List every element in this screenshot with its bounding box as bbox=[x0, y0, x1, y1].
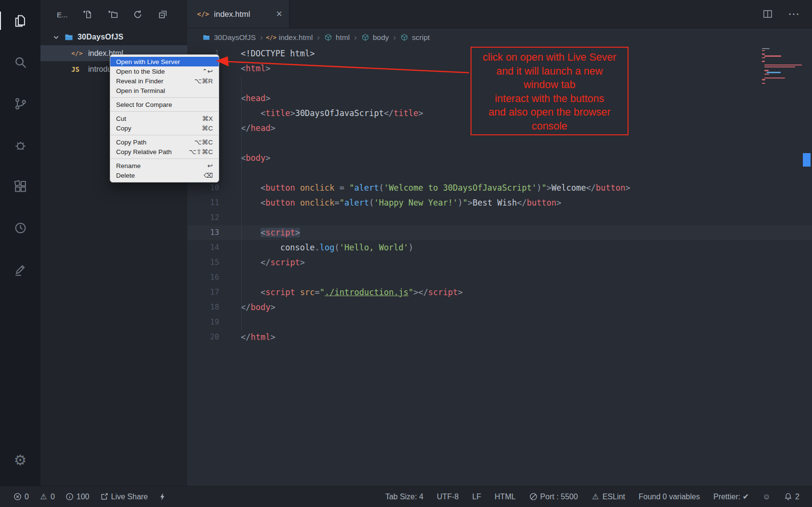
activity-settings[interactable]: ⚙ bbox=[0, 440, 40, 481]
status-live-share[interactable]: Live Share bbox=[100, 493, 148, 501]
scrollbar-marker[interactable] bbox=[803, 153, 811, 167]
activity-search[interactable] bbox=[0, 41, 40, 83]
status-found-variables[interactable]: Found 0 variables bbox=[639, 493, 700, 501]
status-eol[interactable]: LF bbox=[472, 493, 481, 501]
minimap[interactable] bbox=[762, 48, 804, 85]
menu-item-cut[interactable]: Cut⌘X bbox=[110, 114, 219, 123]
code-line-12[interactable]: 12 bbox=[187, 210, 812, 225]
activity-run-and-debug[interactable] bbox=[0, 124, 40, 166]
menu-item-label: Open with Live Server bbox=[116, 58, 180, 65]
code-line-10[interactable]: 10 <button onclick = "alert('Welcome to … bbox=[187, 181, 812, 195]
code-line-9[interactable]: 9 bbox=[187, 166, 812, 181]
extensions-icon bbox=[13, 179, 28, 194]
code-line-19[interactable]: 19 bbox=[187, 315, 812, 330]
line-text bbox=[219, 166, 241, 181]
refresh-explorer-button[interactable] bbox=[132, 9, 143, 20]
menu-item-open-to-the-side[interactable]: Open to the Side⌃↩ bbox=[110, 66, 219, 76]
status-language-mode[interactable]: HTML bbox=[495, 493, 516, 501]
breadcrumb-body[interactable]: body bbox=[361, 33, 389, 42]
menu-item-copy[interactable]: Copy⌘C bbox=[110, 123, 219, 133]
status-live-server-port[interactable]: Port : 5500 bbox=[529, 493, 578, 501]
menu-item-open-in-terminal[interactable]: Open in Terminal bbox=[110, 86, 219, 95]
new-folder-button[interactable] bbox=[107, 9, 118, 20]
status-warnings[interactable]: ⚠0 bbox=[39, 493, 55, 501]
breadcrumb-label: script bbox=[412, 33, 430, 42]
code-line-11[interactable]: 11 <button onclick="alert('Happy New Yea… bbox=[187, 195, 812, 210]
breadcrumb-label: body bbox=[373, 33, 389, 42]
search-icon bbox=[13, 55, 28, 70]
breadcrumb-html[interactable]: html bbox=[324, 33, 350, 42]
indent-guide bbox=[241, 76, 242, 330]
line-number: 20 bbox=[187, 330, 219, 345]
folder-logo-icon bbox=[202, 33, 210, 41]
line-text: <button onclick = "alert('Welcome to 30D… bbox=[219, 181, 630, 195]
code-line-15[interactable]: 15 </script> bbox=[187, 255, 812, 270]
code-line-17[interactable]: 17 <script src="./introduction.js"></scr… bbox=[187, 285, 812, 300]
split-editor-button[interactable] bbox=[762, 8, 773, 20]
folder-icon bbox=[64, 32, 74, 42]
code-line-7[interactable]: 7 bbox=[187, 136, 812, 151]
code-line-20[interactable]: 20</html> bbox=[187, 330, 812, 345]
menu-item-copy-path[interactable]: Copy Path⌥⌘C bbox=[110, 137, 219, 147]
status-label: ESLint bbox=[602, 493, 625, 501]
activity-timer[interactable] bbox=[0, 207, 40, 248]
menu-item-copy-relative-path[interactable]: Copy Relative Path⌥⇧⌘C bbox=[110, 147, 219, 156]
new-file-icon bbox=[82, 9, 93, 20]
activity-explorer[interactable] bbox=[0, 0, 40, 41]
activity-source-control[interactable] bbox=[0, 83, 40, 124]
gear-icon: ⚙ bbox=[13, 453, 28, 468]
status-notifications[interactable]: 2 bbox=[784, 493, 799, 501]
tab-close-icon[interactable]: × bbox=[276, 9, 282, 19]
menu-item-delete[interactable]: Delete⌫ bbox=[110, 170, 219, 180]
status-prettier[interactable]: Prettier: ✔ bbox=[713, 492, 749, 501]
status-errors[interactable]: 0 bbox=[13, 493, 29, 501]
code-line-13[interactable]: 13 <script> bbox=[187, 225, 812, 240]
explorer-title: E... bbox=[57, 11, 68, 19]
line-number: 12 bbox=[187, 210, 219, 225]
menu-item-reveal-in-finder[interactable]: Reveal in Finder⌥⌘R bbox=[110, 76, 219, 86]
menu-item-label: Copy Relative Path bbox=[116, 148, 172, 156]
code-line-8[interactable]: 8<body> bbox=[187, 151, 812, 166]
status-tab-size[interactable]: Tab Size: 4 bbox=[385, 493, 423, 501]
tab-index-html[interactable]: </> index.html × bbox=[187, 0, 289, 28]
new-file-button[interactable] bbox=[82, 9, 93, 20]
breadcrumb-30daysofjs[interactable]: 30DaysOfJS bbox=[202, 33, 256, 42]
refresh-icon bbox=[132, 9, 143, 20]
line-text: <!DOCTYPE html> bbox=[219, 46, 315, 61]
breadcrumb-index-html[interactable]: </>index.html bbox=[267, 33, 313, 42]
js-file-icon: JS bbox=[71, 65, 84, 73]
code-line-18[interactable]: 18</body> bbox=[187, 300, 812, 315]
more-actions-button[interactable]: ⋯ bbox=[788, 8, 799, 20]
status-quick-action[interactable] bbox=[158, 493, 167, 501]
chevron-down-icon bbox=[52, 33, 60, 41]
activity-feedback[interactable] bbox=[0, 248, 40, 290]
status-info-count[interactable]: 100 bbox=[65, 493, 90, 501]
status-label: 100 bbox=[77, 493, 90, 501]
status-label: Prettier: ✔ bbox=[713, 492, 749, 501]
clock-icon bbox=[13, 221, 28, 235]
pen-icon bbox=[13, 262, 28, 277]
line-text: console.log('Hello, World') bbox=[219, 240, 413, 255]
menu-item-shortcut: ⌃↩ bbox=[202, 67, 213, 75]
code-line-16[interactable]: 16 bbox=[187, 270, 812, 285]
activity-extensions[interactable] bbox=[0, 166, 40, 207]
collapse-folders-button[interactable] bbox=[157, 9, 168, 20]
menu-item-rename[interactable]: Rename↩ bbox=[110, 161, 219, 170]
folder-row-30daysofjs[interactable]: 30DaysOfJS bbox=[40, 29, 187, 45]
status-label: Found 0 variables bbox=[639, 493, 700, 501]
code-line-14[interactable]: 14 console.log('Hello, World') bbox=[187, 240, 812, 255]
menu-item-label: Copy Path bbox=[116, 139, 146, 146]
status-eslint[interactable]: ⚠ESLint bbox=[591, 493, 625, 501]
menu-separator bbox=[111, 135, 218, 135]
breadcrumb-script[interactable]: script bbox=[400, 33, 430, 42]
status-encoding[interactable]: UTF-8 bbox=[437, 493, 458, 501]
line-number: 19 bbox=[187, 315, 219, 330]
status-feedback-smiley[interactable]: ☺ bbox=[762, 493, 771, 501]
error-icon bbox=[13, 493, 22, 501]
code-icon: </> bbox=[267, 33, 275, 41]
menu-item-shortcut: ⌫ bbox=[204, 171, 213, 179]
menu-item-select-for-compare[interactable]: Select for Compare bbox=[110, 100, 219, 109]
ellipsis-icon: ⋯ bbox=[788, 8, 799, 20]
menu-item-open-with-live-server[interactable]: Open with Live Server bbox=[110, 57, 219, 66]
sidebar-actions bbox=[82, 9, 168, 20]
